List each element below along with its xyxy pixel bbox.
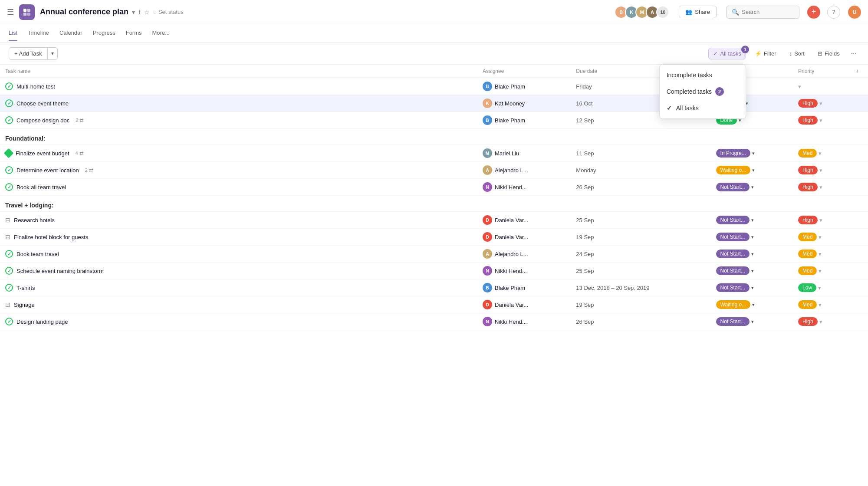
col-priority: Priority — [793, 65, 851, 78]
dropdown-item-all[interactable]: All tasks — [660, 100, 746, 116]
task-check-icon[interactable] — [5, 116, 13, 124]
task-check-icon[interactable] — [5, 82, 13, 90]
completed-tasks-label: Completed tasks — [667, 88, 712, 95]
task-name-text: Schedule event naming brainstorm — [16, 268, 104, 274]
dropdown-item-completed[interactable]: Completed tasks 2 — [660, 83, 746, 100]
fields-button[interactable]: ⊞ Fields — [813, 48, 844, 59]
add-task-button[interactable]: + Add Task ▾ — [9, 47, 58, 60]
task-name-cell: Schedule event naming brainstorm — [0, 263, 477, 279]
star-icon[interactable]: ☆ — [144, 9, 150, 16]
filter-button[interactable]: ⚡ Filter — [750, 48, 781, 59]
due-date-cell: 26 Sep — [571, 179, 710, 196]
assignee-avatar: B — [483, 115, 492, 125]
expand-arrow[interactable]: ▾ — [819, 117, 822, 124]
table-row: Book all team travel N Nikki Hend... 26 … — [0, 179, 868, 196]
task-check-icon[interactable] — [5, 284, 13, 292]
subtask-count[interactable]: 2 ⇄ — [85, 167, 93, 173]
task-name-cell: ⊟ Research hotels — [0, 212, 477, 229]
status-dropdown-arrow[interactable]: ▾ — [752, 151, 755, 156]
subtask-icon: 2 — [76, 118, 78, 123]
expand-arrow[interactable]: ▾ — [819, 251, 822, 257]
expand-arrow[interactable]: ▾ — [819, 167, 822, 174]
task-name-text: Multi-home test — [16, 83, 55, 90]
section-label: Foundational: — [0, 129, 868, 145]
tab-forms[interactable]: Forms — [126, 25, 142, 41]
more-options-button[interactable]: ··· — [848, 47, 859, 60]
status-dropdown-arrow[interactable]: ▾ — [752, 302, 755, 308]
row-expand — [851, 229, 868, 246]
search-box[interactable]: 🔍 — [726, 6, 799, 19]
status-dropdown-arrow[interactable]: ▾ — [751, 217, 754, 223]
priority-td: Med ▾ — [793, 246, 851, 263]
expand-arrow[interactable]: ▾ — [819, 217, 822, 223]
status-dropdown-arrow[interactable]: ▾ — [751, 319, 754, 325]
expand-arrow[interactable]: ▾ — [819, 100, 822, 107]
status-td: Waiting o... ▾ — [711, 296, 793, 313]
priority-td: High ▾ — [793, 95, 851, 112]
sort-button[interactable]: ↕ Sort — [785, 48, 809, 59]
status-cell: In Progre... ▾ — [716, 149, 788, 158]
status-dropdown-arrow[interactable]: ▾ — [751, 184, 754, 190]
assignee-avatar: B — [483, 283, 492, 292]
help-button[interactable]: ? — [827, 6, 840, 19]
info-icon[interactable]: ℹ — [138, 9, 141, 16]
expand-arrow[interactable]: ▾ — [819, 184, 822, 190]
task-name-text: Finalize hotel block for guests — [14, 234, 88, 240]
task-check-icon[interactable] — [5, 318, 13, 325]
share-icon: 👥 — [685, 9, 692, 15]
expand-arrow[interactable]: ▾ — [819, 268, 822, 274]
tab-timeline[interactable]: Timeline — [28, 25, 49, 41]
tab-calendar[interactable]: Calendar — [59, 25, 82, 41]
expand-arrow[interactable]: ▾ — [798, 83, 801, 90]
circle-icon: ○ — [153, 9, 157, 15]
priority-td: Med ▾ — [793, 263, 851, 279]
col-add-field[interactable]: + — [851, 65, 868, 78]
expand-arrow[interactable]: ▾ — [819, 319, 822, 325]
expand-arrow[interactable]: ▾ — [819, 150, 822, 157]
add-task-dropdown-arrow[interactable]: ▾ — [48, 48, 57, 59]
task-check-icon[interactable] — [5, 166, 13, 174]
assignee-cell: A Alejandro L... — [477, 246, 571, 263]
expand-arrow[interactable]: ▾ — [819, 302, 822, 308]
assignee-cell: N Nikki Hend... — [477, 313, 571, 330]
subtask-count[interactable]: 4 ⇄ — [76, 150, 84, 156]
expand-arrow[interactable]: ▾ — [819, 234, 822, 240]
expand-arrow[interactable]: ▾ — [818, 285, 821, 291]
assignee-cell: B Blake Pham — [477, 112, 571, 129]
subtask-count[interactable]: 2 ⇄ — [76, 117, 84, 123]
status-dropdown-arrow[interactable]: ▾ — [751, 285, 754, 291]
set-status-button[interactable]: ○ Set status — [153, 9, 184, 15]
collaborator-avatars: B K M A 10 — [615, 6, 669, 19]
assignee-cell: B Blake Pham — [477, 78, 571, 95]
tab-more[interactable]: More... — [152, 25, 170, 41]
priority-td: High ▾ — [793, 162, 851, 179]
assignee-avatar: M — [483, 148, 492, 158]
status-dropdown-arrow[interactable]: ▾ — [751, 268, 754, 274]
due-date-cell: 13 Dec, 2018 – 20 Sep, 2019 — [571, 279, 710, 296]
task-check-icon[interactable] — [5, 250, 13, 258]
priority-badge: Med — [798, 266, 817, 275]
add-task-main[interactable]: + Add Task — [9, 48, 48, 59]
status-dropdown-arrow[interactable]: ▾ — [751, 251, 754, 257]
search-input[interactable] — [742, 9, 794, 15]
task-check-icon[interactable] — [5, 267, 13, 275]
chevron-down-icon[interactable]: ▾ — [132, 9, 135, 16]
add-new-button[interactable]: + — [807, 6, 820, 19]
task-suitcase-icon: ⊟ — [5, 233, 10, 240]
user-avatar[interactable]: U — [848, 6, 861, 19]
status-dropdown-arrow[interactable]: ▾ — [752, 167, 755, 173]
priority-cell: Med ▾ — [798, 300, 845, 309]
col-assignee: Assignee — [477, 65, 571, 78]
tab-progress[interactable]: Progress — [93, 25, 115, 41]
task-name-cell: Design landing page — [0, 313, 477, 330]
svg-rect-2 — [23, 13, 26, 16]
task-name-cell: Finalize event budget 4 ⇄ — [0, 145, 477, 162]
dropdown-item-incomplete[interactable]: Incomplete tasks — [660, 67, 746, 83]
hamburger-icon[interactable]: ☰ — [7, 7, 14, 17]
share-button[interactable]: 👥 Share — [679, 6, 717, 18]
tab-list[interactable]: List — [9, 25, 17, 41]
all-tasks-button[interactable]: ✓ All tasks 1 — [708, 48, 746, 59]
task-check-icon[interactable] — [5, 99, 13, 107]
status-dropdown-arrow[interactable]: ▾ — [751, 234, 754, 240]
task-check-icon[interactable] — [5, 183, 13, 191]
